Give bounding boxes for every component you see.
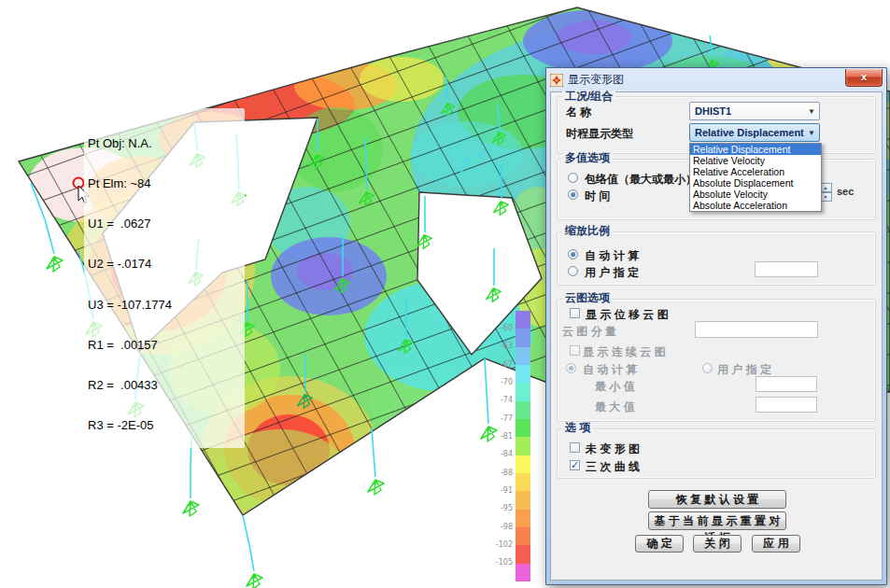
- group-load-case-label: 工况/组合: [562, 91, 615, 103]
- contour-user-radio: [702, 363, 713, 373]
- legend-label: -95: [486, 504, 513, 512]
- envelope-radio-label: 包络值（最大或最小）: [585, 172, 697, 188]
- apply-button[interactable]: 应 用: [752, 535, 800, 553]
- tooltip-line: Pt Obj: N.A.: [88, 137, 241, 150]
- legend-swatch: [516, 383, 530, 400]
- tooltip-line: R3 = -2E-05: [88, 419, 241, 432]
- dropdown-option[interactable]: Absolute Velocity: [690, 189, 821, 200]
- time-radio-label: 时 间: [585, 189, 610, 204]
- legend-swatch: [516, 564, 530, 581]
- dropdown-option[interactable]: Relative Displacement: [690, 144, 821, 155]
- tooltip-line: U1 = .0627: [88, 217, 241, 231]
- legend-color-bar: [516, 311, 530, 581]
- display-type-select[interactable]: Relative Displacement ▼: [689, 123, 820, 142]
- envelope-radio[interactable]: [568, 173, 578, 183]
- close-button-bottom[interactable]: 关 闭: [693, 535, 742, 553]
- restore-defaults-button[interactable]: 恢 复 默 认 设 置: [648, 490, 786, 509]
- time-unit-label: sec: [837, 186, 854, 197]
- scale-auto-radio[interactable]: [568, 249, 578, 259]
- time-radio[interactable]: [568, 189, 578, 200]
- scale-value-input[interactable]: [755, 261, 818, 277]
- group-options-label: 选 项: [562, 422, 593, 434]
- legend-swatch: [516, 347, 530, 365]
- close-button[interactable]: x: [845, 69, 883, 87]
- tooltip-line: U2 = -.0174: [88, 258, 241, 271]
- legend-swatch: [516, 329, 530, 346]
- group-contour-label: 云图选项: [562, 292, 613, 304]
- legend-label: -70: [486, 378, 513, 386]
- legend-label: -60: [486, 324, 513, 332]
- dropdown-option[interactable]: Relative Velocity: [690, 155, 821, 166]
- legend-label: -105: [486, 558, 513, 567]
- legend-swatch: [516, 545, 530, 563]
- cubic-curve-label: 三 次 曲 线: [586, 459, 640, 475]
- continuous-contour-label: 显 示 连 续 云 图: [583, 344, 666, 360]
- legend-swatch: [516, 419, 530, 437]
- dropdown-option[interactable]: Relative Acceleration: [690, 166, 821, 177]
- dropdown-option[interactable]: Absolute Displacement: [690, 177, 821, 189]
- legend-label: -67: [486, 360, 513, 369]
- display-type-dropdown-list: Relative Displacement Relative Velocity …: [689, 143, 822, 212]
- legend-swatch: [516, 527, 530, 545]
- case-name-label: 名 称: [566, 105, 591, 120]
- undeformed-label: 未 变 形 图: [586, 441, 640, 457]
- continuous-contour-checkbox: [570, 345, 580, 356]
- app-root: { "tooltip": { "lines": [ "Pt Obj: N.A."…: [0, 0, 890, 588]
- legend-label: -91: [486, 486, 513, 495]
- legend-label: -81: [486, 432, 513, 441]
- dropdown-option[interactable]: Absolute Acceleration: [690, 200, 821, 211]
- cubic-curve-checkbox[interactable]: [570, 460, 580, 470]
- contour-max-input: [756, 397, 817, 413]
- legend-label: -63: [486, 342, 513, 350]
- scale-user-label: 用 户 指 定: [585, 265, 639, 281]
- chevron-down-icon: ▼: [808, 107, 815, 116]
- contour-max-label: 最 大 值: [595, 399, 635, 415]
- show-contour-checkbox[interactable]: [570, 308, 580, 318]
- reset-from-display-button[interactable]: 基 于 当 前 显 示 重 置 对 话 框: [648, 511, 786, 530]
- contour-min-input: [756, 376, 817, 392]
- display-type-value: Relative Displacement: [695, 127, 804, 138]
- contour-component-input: [695, 321, 818, 338]
- contour-auto-label: 自 动 计 算: [583, 362, 637, 378]
- legend-label: -74: [486, 396, 513, 404]
- legend-swatch: [516, 401, 530, 419]
- dialog-title: 显示变形图: [568, 72, 624, 88]
- contour-auto-radio: [566, 363, 576, 373]
- undeformed-checkbox[interactable]: [570, 442, 580, 453]
- group-multivalue-label: 多值选项: [562, 152, 613, 164]
- legend-label: -77: [486, 414, 513, 423]
- case-name-value: DHIST1: [695, 105, 731, 117]
- group-scale-label: 缩放比例: [562, 225, 613, 237]
- legend-label: -84: [486, 450, 513, 458]
- scale-auto-label: 自 动 计 算: [585, 248, 639, 264]
- tooltip-line: Pt Elm: ~84: [88, 177, 241, 190]
- contour-min-label: 最 小 值: [595, 379, 635, 395]
- legend-swatch: [516, 455, 530, 473]
- legend-label: -88: [486, 469, 513, 477]
- display-deformed-shape-dialog: 显示变形图 x 工况/组合 名 称 DHIST1 ▼ 时程显示类型 Relati…: [545, 67, 887, 585]
- ok-button[interactable]: 确 定: [635, 535, 684, 553]
- scale-user-radio[interactable]: [568, 266, 578, 276]
- contour-component-label: 云 图 分 量: [562, 324, 616, 340]
- legend-swatch: [516, 437, 530, 455]
- legend-swatch: [516, 311, 530, 329]
- dialog-body: 工况/组合 名 称 DHIST1 ▼ 时程显示类型 Relative Displ…: [550, 91, 883, 581]
- tooltip-line: R1 = .00157: [88, 339, 241, 352]
- point-results-tooltip: Pt Obj: N.A. Pt Elm: ~84 U1 = .0627 U2 =…: [84, 108, 245, 448]
- contour-legend: -60 -63 -67 -70 -74 -77 -81 -84 -88 -91 …: [486, 311, 532, 583]
- tooltip-line: R2 = .00433: [88, 379, 241, 392]
- legend-swatch: [516, 365, 530, 383]
- legend-label: -102: [486, 540, 513, 549]
- show-contour-label: 显 示 位 移 云 图: [586, 307, 669, 323]
- legend-label: -98: [486, 523, 513, 531]
- legend-swatch: [516, 510, 530, 527]
- tooltip-line: U3 = -107.1774: [88, 299, 241, 312]
- dialog-title-bar[interactable]: 显示变形图: [550, 71, 843, 89]
- case-name-select[interactable]: DHIST1 ▼: [689, 102, 820, 120]
- display-type-label: 时程显示类型: [566, 126, 633, 142]
- chevron-down-icon: ▼: [808, 129, 815, 137]
- legend-swatch: [516, 491, 530, 509]
- legend-swatch: [516, 473, 530, 491]
- app-logo-icon: [550, 74, 563, 87]
